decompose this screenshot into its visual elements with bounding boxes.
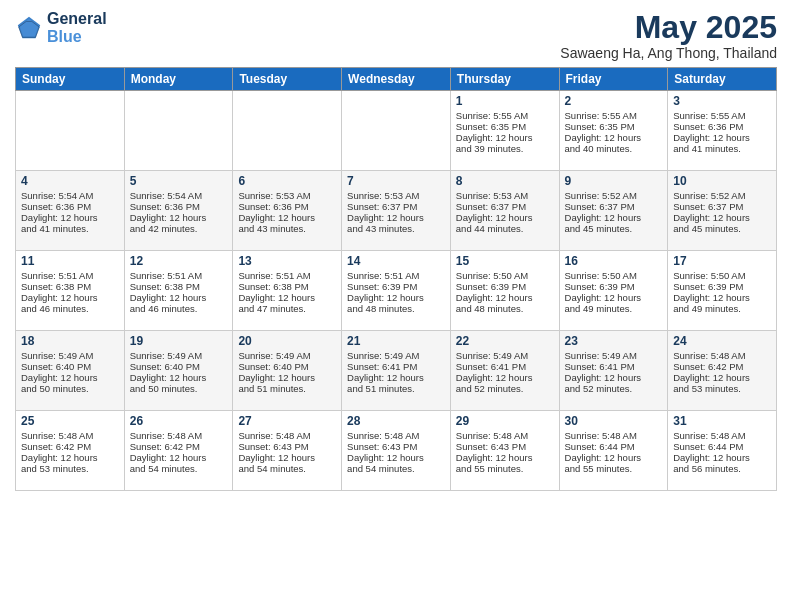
cell-text: Sunrise: 5:49 AM xyxy=(347,350,445,361)
cell-text: Sunset: 6:39 PM xyxy=(565,281,663,292)
cell-text: and 51 minutes. xyxy=(347,383,445,394)
cell-text: Sunrise: 5:54 AM xyxy=(21,190,119,201)
week-row-2: 4Sunrise: 5:54 AMSunset: 6:36 PMDaylight… xyxy=(16,171,777,251)
cell-text: Sunset: 6:41 PM xyxy=(565,361,663,372)
calendar-cell: 10Sunrise: 5:52 AMSunset: 6:37 PMDayligh… xyxy=(668,171,777,251)
day-number: 11 xyxy=(21,254,119,268)
cell-text: Sunrise: 5:51 AM xyxy=(21,270,119,281)
cell-text: and 47 minutes. xyxy=(238,303,336,314)
cell-text: Daylight: 12 hours xyxy=(565,212,663,223)
cell-text: Sunrise: 5:49 AM xyxy=(21,350,119,361)
calendar-cell: 26Sunrise: 5:48 AMSunset: 6:42 PMDayligh… xyxy=(124,411,233,491)
cell-text: and 46 minutes. xyxy=(130,303,228,314)
cell-text: Sunset: 6:40 PM xyxy=(130,361,228,372)
calendar-cell: 17Sunrise: 5:50 AMSunset: 6:39 PMDayligh… xyxy=(668,251,777,331)
week-row-5: 25Sunrise: 5:48 AMSunset: 6:42 PMDayligh… xyxy=(16,411,777,491)
cell-text: Daylight: 12 hours xyxy=(673,452,771,463)
cell-text: Daylight: 12 hours xyxy=(130,452,228,463)
day-number: 21 xyxy=(347,334,445,348)
calendar-cell: 15Sunrise: 5:50 AMSunset: 6:39 PMDayligh… xyxy=(450,251,559,331)
cell-text: Sunset: 6:36 PM xyxy=(21,201,119,212)
cell-text: and 50 minutes. xyxy=(21,383,119,394)
cell-text: Sunset: 6:42 PM xyxy=(673,361,771,372)
cell-text: Sunset: 6:36 PM xyxy=(238,201,336,212)
calendar-cell xyxy=(124,91,233,171)
cell-text: Sunrise: 5:53 AM xyxy=(347,190,445,201)
calendar-cell: 27Sunrise: 5:48 AMSunset: 6:43 PMDayligh… xyxy=(233,411,342,491)
logo-text: General Blue xyxy=(47,10,107,45)
cell-text: and 45 minutes. xyxy=(565,223,663,234)
calendar-cell: 22Sunrise: 5:49 AMSunset: 6:41 PMDayligh… xyxy=(450,331,559,411)
cell-text: Daylight: 12 hours xyxy=(347,372,445,383)
cell-text: and 49 minutes. xyxy=(673,303,771,314)
day-number: 26 xyxy=(130,414,228,428)
cell-text: Daylight: 12 hours xyxy=(456,372,554,383)
cell-text: Sunset: 6:36 PM xyxy=(130,201,228,212)
day-number: 27 xyxy=(238,414,336,428)
cell-text: Sunset: 6:37 PM xyxy=(673,201,771,212)
day-number: 31 xyxy=(673,414,771,428)
col-tuesday: Tuesday xyxy=(233,68,342,91)
day-number: 13 xyxy=(238,254,336,268)
cell-text: Sunrise: 5:51 AM xyxy=(130,270,228,281)
cell-text: Daylight: 12 hours xyxy=(238,212,336,223)
calendar-cell: 29Sunrise: 5:48 AMSunset: 6:43 PMDayligh… xyxy=(450,411,559,491)
calendar-cell: 6Sunrise: 5:53 AMSunset: 6:36 PMDaylight… xyxy=(233,171,342,251)
cell-text: Daylight: 12 hours xyxy=(130,372,228,383)
calendar-cell: 1Sunrise: 5:55 AMSunset: 6:35 PMDaylight… xyxy=(450,91,559,171)
day-number: 9 xyxy=(565,174,663,188)
cell-text: Sunrise: 5:48 AM xyxy=(21,430,119,441)
day-number: 16 xyxy=(565,254,663,268)
logo-blue: Blue xyxy=(47,28,107,46)
cell-text: and 43 minutes. xyxy=(347,223,445,234)
calendar-table: Sunday Monday Tuesday Wednesday Thursday… xyxy=(15,67,777,491)
cell-text: Sunrise: 5:49 AM xyxy=(238,350,336,361)
calendar-cell: 28Sunrise: 5:48 AMSunset: 6:43 PMDayligh… xyxy=(342,411,451,491)
week-row-4: 18Sunrise: 5:49 AMSunset: 6:40 PMDayligh… xyxy=(16,331,777,411)
day-number: 29 xyxy=(456,414,554,428)
calendar-cell: 7Sunrise: 5:53 AMSunset: 6:37 PMDaylight… xyxy=(342,171,451,251)
cell-text: Sunset: 6:38 PM xyxy=(238,281,336,292)
cell-text: Sunset: 6:37 PM xyxy=(456,201,554,212)
calendar-cell: 16Sunrise: 5:50 AMSunset: 6:39 PMDayligh… xyxy=(559,251,668,331)
day-number: 18 xyxy=(21,334,119,348)
day-number: 10 xyxy=(673,174,771,188)
cell-text: Daylight: 12 hours xyxy=(21,452,119,463)
cell-text: Sunset: 6:38 PM xyxy=(130,281,228,292)
cell-text: Daylight: 12 hours xyxy=(130,212,228,223)
cell-text: Daylight: 12 hours xyxy=(673,292,771,303)
cell-text: and 54 minutes. xyxy=(130,463,228,474)
cell-text: Sunrise: 5:48 AM xyxy=(347,430,445,441)
calendar-cell: 23Sunrise: 5:49 AMSunset: 6:41 PMDayligh… xyxy=(559,331,668,411)
cell-text: Sunset: 6:36 PM xyxy=(673,121,771,132)
cell-text: Daylight: 12 hours xyxy=(238,452,336,463)
day-number: 2 xyxy=(565,94,663,108)
col-wednesday: Wednesday xyxy=(342,68,451,91)
day-number: 15 xyxy=(456,254,554,268)
calendar-cell: 11Sunrise: 5:51 AMSunset: 6:38 PMDayligh… xyxy=(16,251,125,331)
col-saturday: Saturday xyxy=(668,68,777,91)
logo-icon xyxy=(15,14,43,42)
cell-text: and 53 minutes. xyxy=(21,463,119,474)
cell-text: Daylight: 12 hours xyxy=(456,212,554,223)
cell-text: Sunrise: 5:48 AM xyxy=(673,350,771,361)
cell-text: Sunset: 6:37 PM xyxy=(347,201,445,212)
cell-text: Sunrise: 5:49 AM xyxy=(456,350,554,361)
cell-text: and 52 minutes. xyxy=(565,383,663,394)
cell-text: Sunset: 6:43 PM xyxy=(347,441,445,452)
calendar-cell: 19Sunrise: 5:49 AMSunset: 6:40 PMDayligh… xyxy=(124,331,233,411)
calendar-cell xyxy=(233,91,342,171)
day-number: 30 xyxy=(565,414,663,428)
cell-text: Daylight: 12 hours xyxy=(347,292,445,303)
cell-text: Sunrise: 5:52 AM xyxy=(565,190,663,201)
calendar-cell: 31Sunrise: 5:48 AMSunset: 6:44 PMDayligh… xyxy=(668,411,777,491)
calendar-cell: 25Sunrise: 5:48 AMSunset: 6:42 PMDayligh… xyxy=(16,411,125,491)
cell-text: Sunset: 6:44 PM xyxy=(673,441,771,452)
cell-text: and 45 minutes. xyxy=(673,223,771,234)
cell-text: Daylight: 12 hours xyxy=(456,132,554,143)
cell-text: Daylight: 12 hours xyxy=(565,452,663,463)
cell-text: and 53 minutes. xyxy=(673,383,771,394)
cell-text: Daylight: 12 hours xyxy=(565,132,663,143)
cell-text: and 51 minutes. xyxy=(238,383,336,394)
cell-text: Sunrise: 5:48 AM xyxy=(130,430,228,441)
